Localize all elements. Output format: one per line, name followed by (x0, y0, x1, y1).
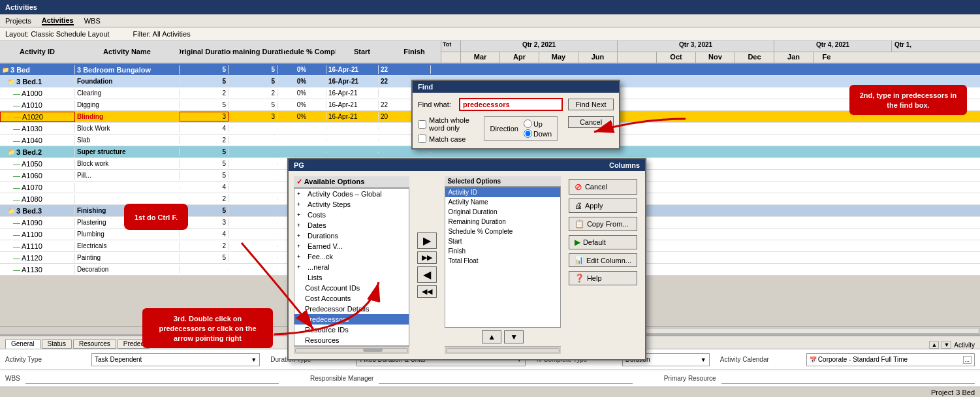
col-available-resource-ids[interactable]: Resource IDs (294, 325, 409, 335)
find-cancel-button[interactable]: Cancel (568, 116, 614, 128)
col-available-feedback[interactable]: + Fee...ck (294, 251, 409, 262)
menu-bar: Projects Activities WBS (0, 14, 980, 27)
col-header-finish: Finish (403, 48, 424, 56)
menu-wbs[interactable]: WBS (84, 17, 101, 25)
primary-resource-label: Primary Resource (664, 375, 716, 382)
match-whole-word-checkbox[interactable] (418, 120, 426, 129)
layout-name: Layout: Classic Schedule Layout (5, 30, 110, 38)
columns-dialog-label: PG (294, 161, 304, 169)
apply-button[interactable]: 🖨 Apply (569, 198, 637, 213)
column-actions: ⊘ Cancel 🖨 Apply 📋 Copy From... ▶ Defaul… (566, 176, 640, 354)
responsible-manager-value (379, 373, 632, 384)
edit-column-button[interactable]: 📊 Edit Column... (569, 253, 637, 267)
available-options-title: ✓ Available Options (294, 176, 409, 188)
col-header-activity-id: Activity ID (20, 48, 55, 56)
tab-status[interactable]: Status (42, 339, 72, 349)
edit-column-icon: 📊 (575, 256, 584, 264)
col-item-label: Resources (305, 336, 340, 344)
col-available-activity-codes-global[interactable]: + Activity Codes – Global (294, 189, 409, 199)
activity-calendar-btn[interactable]: ... (963, 356, 972, 364)
gantt-month-mar: Mar (461, 52, 500, 63)
col-item-label: Activity Steps (308, 200, 351, 208)
col-selected-activity-name[interactable]: Activity Name (445, 197, 560, 207)
col-available-durations[interactable]: + Durations (294, 230, 409, 241)
activity-type-group: Activity Type (5, 356, 86, 363)
tab-general[interactable]: General (5, 339, 40, 349)
col-header-rem-dur: Remaining Duration (232, 48, 284, 56)
gantt-month-jun: Jun (578, 52, 618, 63)
col-header-start: Start (354, 48, 370, 56)
col-available-costs[interactable]: + Costs (294, 210, 409, 220)
col-selected-start[interactable]: Start (445, 236, 560, 246)
cancel-button[interactable]: ⊘ Cancel (569, 179, 637, 195)
expand-icon: + (297, 264, 305, 270)
gantt-month-nov: Nov (696, 52, 735, 63)
col-available-predecessors[interactable]: Predecessors (294, 314, 409, 325)
selected-scroll[interactable] (445, 346, 560, 354)
available-options-panel: ✓ Available Options + Activity Codes – G… (294, 176, 409, 354)
col-item-label: Resource IDs (305, 326, 349, 334)
selected-options-list: Activity ID Activity Name Original Durat… (445, 187, 560, 328)
direction-down-radio[interactable] (524, 129, 532, 138)
col-available-earned-v[interactable]: + Earned V... (294, 241, 409, 251)
col-available-predecessor-details[interactable]: Predecessor Details (294, 304, 409, 314)
expand-icon: + (297, 253, 305, 260)
tab-resources[interactable]: Resources (73, 339, 116, 349)
move-right-button[interactable]: ▶ (417, 232, 437, 249)
col-selected-sch-pct[interactable]: Schedule % Complete (445, 227, 560, 236)
direction-up-radio[interactable] (524, 119, 532, 128)
copy-from-button[interactable]: 📋 Copy From... (569, 217, 637, 231)
row-id: 3 Bed.3 (16, 207, 42, 215)
selected-down-button[interactable]: ▼ (504, 330, 524, 343)
col-item-label: Costs (308, 211, 326, 219)
activity-type-field[interactable]: Task Dependent ▼ (91, 353, 260, 366)
col-item-label: Predecessors (305, 315, 349, 323)
col-item-label: Cost Account IDs (305, 284, 360, 292)
activity-type-dropdown-arrow: ▼ (251, 357, 257, 363)
col-available-cost-account-ids[interactable]: Cost Account IDs (294, 283, 409, 293)
row-id: A1070 (22, 183, 42, 191)
move-left-all-button[interactable]: ◀◀ (417, 285, 437, 298)
primary-resource-value (721, 373, 975, 384)
col-available-lists[interactable]: Lists (294, 272, 409, 283)
row-id: 3 Bed (10, 66, 30, 74)
table-row[interactable]: 📁 3 Bed 3 Bedroom Bungalow 5 5 0% 16-Apr… (0, 64, 980, 76)
row-id: A1010 (22, 101, 42, 109)
col-available-general[interactable]: + ...neral (294, 262, 409, 272)
col-selected-finish[interactable]: Finish (445, 246, 560, 256)
col-available-cost-accounts[interactable]: Cost Accounts (294, 293, 409, 304)
col-available-dates[interactable]: + Dates (294, 220, 409, 230)
move-right-all-button[interactable]: ▶▶ (417, 251, 437, 264)
gantt-month-apr: Apr (500, 52, 539, 63)
col-available-resources[interactable]: Resources (294, 335, 409, 345)
help-button[interactable]: ❓ Help (569, 271, 637, 285)
activity-calendar-field[interactable]: 📅 Corporate - Standard Full Time ... (806, 353, 975, 366)
gantt-month-jan: Jan (774, 52, 814, 63)
direction-box: Direction Up Down (484, 116, 558, 141)
menu-activities[interactable]: Activities (42, 16, 74, 25)
col-selected-activity-id[interactable]: Activity ID (445, 187, 560, 197)
avail-scroll[interactable] (294, 346, 409, 354)
col-header-orig-dur: Original Duration (180, 48, 232, 56)
find-next-button[interactable]: Find Next (568, 99, 614, 110)
match-whole-word-label: Match whole word only (429, 116, 473, 132)
move-left-button[interactable]: ◀ (417, 266, 437, 283)
match-case-checkbox[interactable] (418, 135, 426, 143)
menu-projects[interactable]: Projects (5, 17, 31, 25)
col-header-activity-name: Activity Name (103, 48, 151, 56)
default-button[interactable]: ▶ Default (569, 235, 637, 249)
col-selected-orig-dur[interactable]: Original Duration (445, 207, 560, 217)
activity-up-btn[interactable]: ▲ (929, 341, 939, 349)
find-what-input[interactable] (459, 98, 563, 111)
activity-down-btn[interactable]: ▼ (941, 341, 951, 349)
gantt-total-col: Tot (441, 40, 461, 52)
col-available-activity-steps[interactable]: + Activity Steps (294, 199, 409, 210)
col-selected-total-float[interactable]: Total Float (445, 256, 560, 266)
gantt-month-fe: Fe (814, 52, 840, 63)
columns-dialog: PG Columns ✓ Available Options + Activit… (287, 158, 646, 360)
help-icon: ❓ (575, 274, 584, 283)
responsible-manager-label: Responsible Manager (310, 375, 373, 382)
col-selected-rem-dur[interactable]: Remaining Duration (445, 217, 560, 227)
col-item-label: Activity Codes – Global (308, 190, 382, 198)
selected-up-button[interactable]: ▲ (482, 330, 501, 343)
